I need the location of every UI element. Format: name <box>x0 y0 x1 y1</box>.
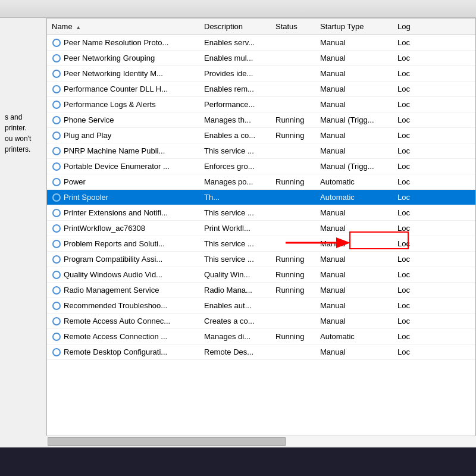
table-row[interactable]: PrintWorkflow_ac76308 Print Workfl... Ma… <box>47 221 475 236</box>
service-startup: Manual <box>318 99 395 110</box>
service-desc: This service ... <box>202 238 273 249</box>
service-name-cell: Print Spooler <box>47 192 202 203</box>
service-status <box>273 212 318 214</box>
service-startup: Manual <box>318 300 395 311</box>
service-name-cell: PrintWorkflow_ac76308 <box>47 223 202 234</box>
table-row[interactable]: Remote Desktop Configurati... Remote Des… <box>47 345 475 360</box>
service-startup: Manual <box>318 130 395 141</box>
service-log: Loc <box>395 331 419 342</box>
service-name-cell: Printer Extensions and Notifi... <box>47 207 202 219</box>
service-name-cell: Plug and Play <box>47 130 202 142</box>
table-row[interactable]: Peer Networking Grouping Enables mul... … <box>47 51 475 66</box>
col-header-log[interactable]: Log <box>395 21 419 32</box>
service-icon <box>52 317 61 326</box>
table-row[interactable]: Phone Service Manages th... Running Manu… <box>47 112 475 128</box>
service-desc: Performance... <box>202 99 273 110</box>
table-row[interactable]: Quality Windows Audio Vid... Quality Win… <box>47 267 475 283</box>
gear-icon <box>52 162 61 171</box>
service-log: Loc <box>395 300 419 311</box>
service-startup: Manual <box>318 68 395 79</box>
service-desc: This service ... <box>202 207 273 218</box>
table-row[interactable]: Program Compatibility Assi... This servi… <box>47 252 475 267</box>
service-startup: Manual <box>318 145 395 156</box>
col-header-name[interactable]: Name ▲ <box>47 21 202 32</box>
left-panel: s andprinter.ou won'tprinters. <box>0 107 46 159</box>
service-desc: Enables rem... <box>202 83 273 95</box>
service-name: Portable Device Enumerator ... <box>64 162 170 171</box>
gear-icon <box>52 193 61 202</box>
table-row[interactable]: Recommended Troubleshoo... Enables aut..… <box>47 298 475 314</box>
service-log: Loc <box>395 161 419 172</box>
service-status <box>273 57 318 60</box>
horizontal-scroll-thumb[interactable] <box>48 437 286 446</box>
service-log: Loc <box>395 223 419 234</box>
service-name-cell: Program Compatibility Assi... <box>47 253 202 265</box>
service-icon <box>52 131 61 140</box>
service-name: Program Compatibility Assi... <box>64 255 162 264</box>
services-panel[interactable]: Name ▲ Description Status Startup Type L… <box>46 18 476 446</box>
service-name-cell: Performance Counter DLL H... <box>47 83 202 95</box>
table-row[interactable]: Remote Access Auto Connec... Creates a c… <box>47 314 475 329</box>
service-status <box>273 351 318 353</box>
service-name-cell: Quality Windows Audio Vid... <box>47 269 202 281</box>
service-name-cell: Recommended Troubleshoo... <box>47 300 202 312</box>
service-log: Loc <box>395 130 419 141</box>
table-row[interactable]: Problem Reports and Soluti... This servi… <box>47 236 475 252</box>
table-row[interactable]: Printer Extensions and Notifi... This se… <box>47 205 475 221</box>
gear-icon <box>52 147 61 155</box>
service-icon <box>52 38 61 48</box>
service-status <box>273 320 318 322</box>
service-log: Loc <box>395 52 419 64</box>
service-log: Loc <box>395 207 419 218</box>
table-row[interactable]: Performance Counter DLL H... Enables rem… <box>47 82 475 97</box>
service-name-cell: Peer Networking Identity M... <box>47 68 202 80</box>
service-name-cell: Remote Access Auto Connec... <box>47 315 202 327</box>
service-desc: Enables a co... <box>202 130 273 141</box>
service-name: Peer Name Resolution Proto... <box>64 38 168 47</box>
table-row[interactable]: Peer Name Resolution Proto... Enables se… <box>47 35 475 51</box>
left-panel-text: s andprinter.ou won'tprinters. <box>5 113 31 154</box>
service-status <box>273 196 318 199</box>
service-desc: Enables mul... <box>202 52 273 64</box>
table-row[interactable]: Print Spooler Th... Automatic Loc <box>47 190 475 205</box>
table-row[interactable]: Remote Access Connection ... Manages di.… <box>47 329 475 345</box>
service-log: Loc <box>395 68 419 79</box>
service-status: Running <box>273 331 318 342</box>
service-log: Loc <box>395 192 419 203</box>
service-log: Loc <box>395 37 419 48</box>
service-status <box>273 305 318 307</box>
service-name: Power <box>64 177 86 186</box>
table-row[interactable]: PNRP Machine Name Publi... This service … <box>47 143 475 159</box>
service-name-cell: Remote Access Connection ... <box>47 331 202 343</box>
taskbar[interactable] <box>0 447 476 476</box>
service-name-cell: Remote Desktop Configurati... <box>47 346 202 358</box>
service-desc: This service ... <box>202 253 273 265</box>
service-startup: Automatic <box>318 176 395 187</box>
service-name: Remote Desktop Configurati... <box>64 347 167 356</box>
table-row[interactable]: Portable Device Enumerator ... Enforces … <box>47 159 475 174</box>
table-row[interactable]: Peer Networking Identity M... Provides i… <box>47 66 475 82</box>
table-body[interactable]: Peer Name Resolution Proto... Enables se… <box>47 35 475 446</box>
service-desc: Creates a co... <box>202 315 273 327</box>
service-desc: Remote Des... <box>202 346 273 358</box>
service-icon <box>52 239 61 249</box>
gear-icon <box>52 302 61 310</box>
service-startup: Manual <box>318 315 395 327</box>
service-status <box>273 88 318 90</box>
table-row[interactable]: Plug and Play Enables a co... Running Ma… <box>47 128 475 143</box>
gear-icon <box>52 178 61 186</box>
horizontal-scrollbar[interactable] <box>46 436 476 446</box>
title-bar <box>0 0 476 18</box>
gear-icon <box>52 240 61 248</box>
table-row[interactable]: Radio Management Service Radio Mana... R… <box>47 283 475 298</box>
service-desc: Manages po... <box>202 176 273 187</box>
service-name: Recommended Troubleshoo... <box>64 301 167 310</box>
col-header-status[interactable]: Status <box>273 21 318 32</box>
col-header-startup[interactable]: Startup Type <box>318 21 395 32</box>
gear-icon <box>52 131 61 140</box>
gear-icon <box>52 286 61 295</box>
service-log: Loc <box>395 176 419 187</box>
table-row[interactable]: Power Manages po... Running Automatic Lo… <box>47 174 475 190</box>
table-row[interactable]: Performance Logs & Alerts Performance...… <box>47 97 475 112</box>
col-header-description[interactable]: Description <box>202 21 273 32</box>
